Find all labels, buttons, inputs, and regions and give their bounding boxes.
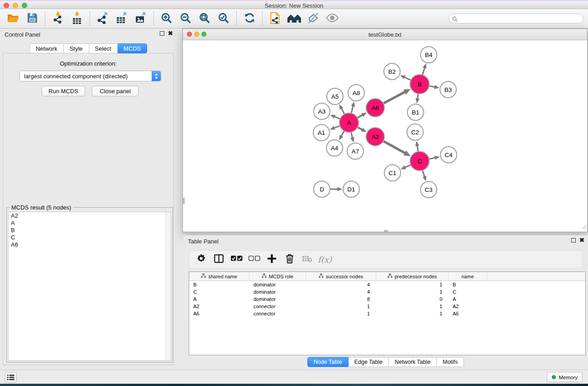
toggle-view-button[interactable] bbox=[323, 10, 342, 27]
edge-A-A3[interactable] bbox=[334, 116, 340, 119]
graph-node-B[interactable]: B bbox=[410, 75, 429, 94]
table-cell[interactable]: A6 bbox=[189, 310, 249, 317]
graph-node-B4[interactable]: B4 bbox=[421, 47, 437, 63]
graph-node-A1[interactable]: A1 bbox=[313, 124, 330, 141]
table-row[interactable]: Bdominator41B bbox=[189, 281, 585, 288]
table-row[interactable]: Cdominator41C bbox=[189, 288, 585, 295]
deselect-all-button[interactable] bbox=[246, 252, 263, 267]
edge-B-B1[interactable] bbox=[417, 94, 418, 100]
run-mcds-button[interactable]: Run MCDS bbox=[42, 86, 85, 96]
tab-style[interactable]: Style bbox=[64, 43, 89, 53]
table-cell[interactable]: A6 bbox=[449, 310, 487, 317]
search-input[interactable] bbox=[449, 14, 583, 24]
node-table[interactable]: shared nameMCDS rolesuccessor nodesprede… bbox=[189, 272, 586, 355]
column-header-predecessor-nodes[interactable]: predecessor nodes bbox=[376, 272, 449, 281]
refresh-layout-button[interactable] bbox=[240, 10, 259, 27]
tab-network-table[interactable]: Network Table bbox=[389, 357, 437, 367]
tab-network[interactable]: Network bbox=[29, 43, 64, 53]
settings-button[interactable] bbox=[193, 252, 210, 267]
result-item[interactable]: B bbox=[9, 227, 171, 234]
annotations-button[interactable] bbox=[304, 10, 323, 27]
edge-A-A2[interactable] bbox=[358, 127, 363, 130]
table-cell[interactable]: B bbox=[449, 281, 487, 288]
criterion-select[interactable]: largest connected component (directed) bbox=[19, 71, 161, 81]
edge-A6-B[interactable] bbox=[384, 91, 406, 103]
graph-node-A4[interactable]: A4 bbox=[326, 140, 343, 156]
result-item[interactable]: A bbox=[9, 219, 171, 227]
edge-A-A5[interactable] bbox=[341, 108, 344, 114]
table-cell[interactable]: 0 bbox=[376, 295, 449, 303]
table-cell[interactable]: dominator bbox=[249, 288, 306, 295]
close-panel-icon[interactable]: ✖ bbox=[168, 31, 173, 36]
table-cell[interactable]: C bbox=[449, 288, 487, 295]
edge-C-C2[interactable] bbox=[417, 145, 418, 152]
delete-button[interactable] bbox=[281, 252, 298, 267]
zoom-out-button[interactable] bbox=[176, 10, 195, 27]
edge-A-A8[interactable] bbox=[351, 105, 353, 113]
table-cell[interactable]: 4 bbox=[306, 281, 376, 288]
tab-motifs[interactable]: Motifs bbox=[437, 357, 464, 367]
edge-C-C3[interactable] bbox=[423, 171, 425, 177]
graph-node-A7[interactable]: A7 bbox=[347, 143, 363, 159]
save-session-button[interactable] bbox=[23, 10, 42, 27]
table-cell[interactable]: A2 bbox=[449, 303, 487, 310]
tab-mcds[interactable]: MCDS bbox=[118, 43, 147, 53]
column-header-name[interactable]: name bbox=[449, 272, 487, 281]
graph-node-A3[interactable]: A3 bbox=[314, 103, 330, 119]
column-header-successor-nodes[interactable]: successor nodes bbox=[306, 272, 376, 281]
table-cell[interactable]: dominator bbox=[249, 281, 306, 288]
graph-node-A[interactable]: A bbox=[339, 113, 359, 132]
result-item[interactable]: A2 bbox=[9, 212, 171, 219]
main-titlebar[interactable]: Session: New Session bbox=[0, 1, 588, 9]
function-builder-button[interactable]: f(x) bbox=[316, 252, 333, 267]
edge-B-B3[interactable] bbox=[430, 86, 435, 87]
table-cell[interactable]: dominator bbox=[249, 295, 306, 303]
select-all-button[interactable] bbox=[228, 252, 245, 267]
table-cell[interactable]: 1 bbox=[376, 288, 449, 295]
close-table-panel-icon[interactable]: ✖ bbox=[579, 238, 584, 243]
table-row[interactable]: A6connector11A6 bbox=[189, 310, 585, 317]
table-cell[interactable]: A2 bbox=[189, 303, 249, 310]
zoom-fit-button[interactable] bbox=[195, 10, 214, 27]
open-session-button[interactable] bbox=[4, 10, 23, 27]
column-header-mcds-role[interactable]: MCDS role bbox=[249, 272, 306, 281]
table-cell[interactable]: 1 bbox=[306, 303, 376, 310]
table-cell[interactable]: 1 bbox=[376, 310, 449, 317]
export-image-button[interactable] bbox=[131, 10, 150, 27]
home-button[interactable] bbox=[285, 10, 304, 27]
tab-select[interactable]: Select bbox=[89, 43, 118, 53]
edge-A-A7[interactable] bbox=[351, 132, 353, 138]
delete-table-button[interactable] bbox=[299, 252, 316, 267]
graph-node-A5[interactable]: A5 bbox=[327, 88, 343, 105]
edge-A-A1[interactable] bbox=[334, 126, 339, 128]
import-table-button[interactable] bbox=[67, 10, 86, 27]
graph-node-C3[interactable]: C3 bbox=[421, 181, 437, 198]
open-ndex-button[interactable] bbox=[266, 10, 285, 27]
graph-node-B1[interactable]: B1 bbox=[407, 104, 424, 120]
graph-node-B3[interactable]: B3 bbox=[440, 81, 456, 98]
table-cell[interactable]: connector bbox=[249, 303, 306, 310]
table-cell[interactable]: A bbox=[449, 295, 487, 303]
result-item[interactable]: A6 bbox=[9, 241, 171, 248]
import-network-button[interactable] bbox=[48, 10, 67, 27]
result-scrollbar[interactable] bbox=[165, 212, 171, 360]
h-scroll-indicator[interactable] bbox=[384, 230, 388, 232]
graph-node-D[interactable]: D bbox=[314, 181, 330, 197]
network-window-titlebar[interactable]: testGlobe.txt bbox=[183, 29, 587, 40]
table-cell[interactable]: connector bbox=[249, 310, 306, 317]
tab-edge-table[interactable]: Edge Table bbox=[349, 357, 389, 367]
table-cell[interactable]: 1 bbox=[306, 310, 376, 317]
table-cell[interactable]: B bbox=[189, 281, 249, 288]
show-panels-button[interactable] bbox=[5, 372, 17, 383]
float-panel-icon[interactable] bbox=[160, 31, 164, 36]
table-cell[interactable]: 1 bbox=[376, 303, 449, 310]
table-cell[interactable]: C bbox=[189, 288, 249, 295]
graph-node-C1[interactable]: C1 bbox=[384, 165, 401, 181]
column-header-shared-name[interactable]: shared name bbox=[189, 272, 249, 281]
graph-node-A2[interactable]: A2 bbox=[366, 128, 384, 146]
edge-A-A6[interactable] bbox=[358, 114, 363, 118]
table-cell[interactable]: 8 bbox=[306, 295, 376, 303]
table-row[interactable]: Adominator80A bbox=[189, 295, 585, 303]
tab-node-table[interactable]: Node Table bbox=[307, 357, 349, 367]
graph-node-D1[interactable]: D1 bbox=[343, 181, 359, 197]
